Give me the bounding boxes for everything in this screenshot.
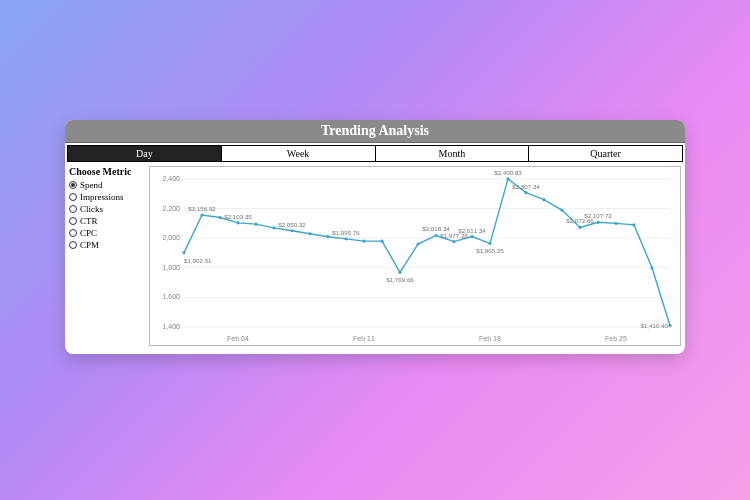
panel-title: Trending Analysis (65, 120, 685, 143)
svg-text:$1,902.51: $1,902.51 (184, 257, 212, 264)
svg-point-37 (560, 208, 563, 211)
metric-label: Impressions (80, 192, 124, 202)
svg-point-43 (668, 324, 671, 327)
svg-point-24 (326, 235, 329, 238)
metric-label: CPM (80, 240, 99, 250)
svg-text:$2,103.35: $2,103.35 (224, 213, 252, 220)
tab-month[interactable]: Month (376, 146, 530, 161)
panel-content: Choose Metric SpendImpressionsClicksCTRC… (65, 164, 685, 354)
svg-point-40 (614, 222, 617, 225)
metric-impressions[interactable]: Impressions (69, 191, 149, 203)
svg-text:2,400: 2,400 (162, 175, 180, 182)
svg-text:$2,156.92: $2,156.92 (188, 205, 216, 212)
svg-text:Feb 04: Feb 04 (227, 335, 249, 342)
radio-icon (69, 217, 77, 225)
svg-text:$1,410.40: $1,410.40 (640, 322, 668, 329)
tab-week[interactable]: Week (222, 146, 376, 161)
metric-cpc[interactable]: CPC (69, 227, 149, 239)
metric-heading: Choose Metric (69, 166, 149, 177)
tab-quarter[interactable]: Quarter (529, 146, 682, 161)
svg-text:$1,965.25: $1,965.25 (476, 247, 504, 254)
radio-icon (69, 181, 77, 189)
svg-point-42 (650, 266, 653, 269)
metric-cpm[interactable]: CPM (69, 239, 149, 251)
svg-point-39 (596, 221, 599, 224)
metric-ctr[interactable]: CTR (69, 215, 149, 227)
radio-icon (69, 205, 77, 213)
radio-icon (69, 241, 77, 249)
svg-point-19 (236, 221, 239, 224)
metric-spend[interactable]: Spend (69, 179, 149, 191)
tab-day[interactable]: Day (68, 146, 222, 161)
metric-label: Clicks (80, 204, 103, 214)
svg-point-25 (344, 237, 347, 240)
svg-point-36 (542, 198, 545, 201)
svg-point-21 (272, 226, 275, 229)
svg-text:Feb 11: Feb 11 (353, 335, 375, 342)
svg-text:$2,400.83: $2,400.83 (494, 169, 522, 176)
radio-icon (69, 193, 77, 201)
svg-text:2,200: 2,200 (162, 205, 180, 212)
svg-point-31 (452, 240, 455, 243)
timeframe-tabs: DayWeekMonthQuarter (67, 145, 683, 162)
svg-text:$2,307.34: $2,307.34 (512, 183, 540, 190)
svg-point-17 (200, 213, 203, 216)
metric-sidebar: Choose Metric SpendImpressionsClicksCTRC… (69, 166, 149, 346)
svg-point-33 (488, 242, 491, 245)
metric-label: Spend (80, 180, 103, 190)
trend-line-chart: 1,4001,6001,8002,0002,2002,400Feb 04Feb … (150, 167, 678, 345)
svg-text:Feb 25: Feb 25 (605, 335, 627, 342)
svg-point-27 (380, 240, 383, 243)
svg-point-22 (290, 229, 293, 232)
svg-point-20 (254, 223, 257, 226)
metric-label: CPC (80, 228, 97, 238)
metric-label: CTR (80, 216, 98, 226)
svg-point-34 (506, 177, 509, 180)
radio-icon (69, 229, 77, 237)
svg-point-18 (218, 216, 221, 219)
svg-text:Feb 18: Feb 18 (479, 335, 501, 342)
svg-point-35 (524, 191, 527, 194)
svg-text:$2,050.32: $2,050.32 (278, 221, 306, 228)
svg-text:1,400: 1,400 (162, 323, 180, 330)
analysis-panel: Trending Analysis DayWeekMonthQuarter Ch… (65, 120, 685, 354)
svg-point-29 (416, 243, 419, 246)
svg-point-41 (632, 223, 635, 226)
chart-area: 1,4001,6001,8002,0002,2002,400Feb 04Feb … (149, 166, 681, 346)
svg-point-30 (434, 234, 437, 237)
svg-text:$2,011.34: $2,011.34 (458, 227, 486, 234)
svg-text:1,600: 1,600 (162, 293, 180, 300)
svg-text:$1,769.66: $1,769.66 (386, 276, 414, 283)
svg-point-38 (578, 226, 581, 229)
metric-clicks[interactable]: Clicks (69, 203, 149, 215)
svg-point-16 (182, 251, 185, 254)
svg-point-32 (470, 235, 473, 238)
svg-point-28 (398, 271, 401, 274)
svg-text:$1,995.76: $1,995.76 (332, 229, 360, 236)
svg-text:2,000: 2,000 (162, 234, 180, 241)
svg-text:1,800: 1,800 (162, 264, 180, 271)
svg-point-26 (362, 240, 365, 243)
svg-point-23 (308, 232, 311, 235)
svg-text:$2,107.72: $2,107.72 (584, 212, 612, 219)
